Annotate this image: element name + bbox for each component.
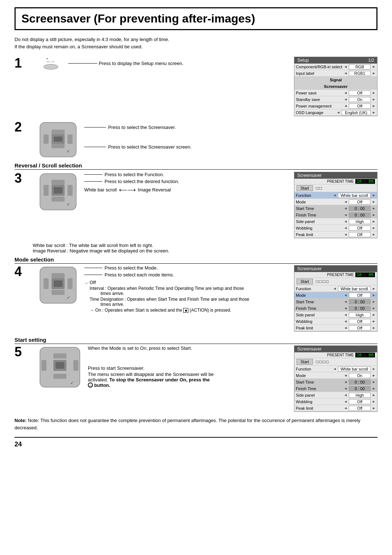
step3-whitebar-desc: White bar scroll : The white bar will sc… xyxy=(33,243,377,248)
svg-rect-6 xyxy=(44,134,49,144)
svg-rect-7 xyxy=(68,134,73,144)
mode-title: Mode selection xyxy=(15,256,377,264)
ss1-starttime-row: Start Time ◄ 0 : 00 ► xyxy=(294,205,377,212)
svg-rect-33 xyxy=(56,362,64,369)
ss1-wobbling-row: Wobbling ◄ Off ► xyxy=(294,225,377,231)
svg-rect-28 xyxy=(53,353,66,358)
step4-on: → On : Operates when Start is selected a… xyxy=(90,308,249,313)
step1-row: 1 ≡ SET UP Press to display the Setup me… xyxy=(15,57,377,118)
arrows-icon: ⟵⟶ xyxy=(119,186,136,193)
svg-text:≡: ≡ xyxy=(46,57,48,60)
svg-rect-9 xyxy=(54,137,62,142)
svg-rect-20 xyxy=(52,273,65,278)
ss1-start-row: Start □□ xyxy=(294,185,377,192)
step2-desc1: Press to select the Screensaver. xyxy=(108,125,176,130)
ss1-finishtime-row: Finish Time ◄ 0 : 00 ► xyxy=(294,212,377,218)
bottom-divider xyxy=(15,437,377,438)
setup-page-label: 1/2 xyxy=(368,58,374,63)
ss1-peaklimit-row: Peak limit ◄ Off ► xyxy=(294,231,377,238)
svg-rect-30 xyxy=(41,360,46,371)
ss3-present-time: PRESENT TIME 10 : 00 xyxy=(294,352,377,358)
step4-row: 4 ↙ Press to select the Mode. Pres xyxy=(15,265,377,334)
dpad-remote-step5: ↙ xyxy=(36,345,83,389)
ss3-function-row: Function ◄ White bar scroll ► xyxy=(294,366,377,372)
menu-row-power-save: Power save ◄ Off ► xyxy=(294,90,377,96)
ss3-title: Screensaver xyxy=(294,346,377,352)
step3-number: 3 xyxy=(15,172,29,185)
ss1-title: Screensaver xyxy=(294,172,377,179)
dpad-remote-step3: ↙ xyxy=(36,172,80,212)
step2-number: 2 xyxy=(15,121,29,134)
menu-row-standby-save: Standby save ◄ On ► xyxy=(294,96,377,103)
start-title: Start setting xyxy=(15,337,377,344)
svg-rect-22 xyxy=(44,278,49,289)
setup-button-icon: ≡ SET UP xyxy=(36,57,65,70)
ss3-mode-row: Mode ◄ On ► xyxy=(294,372,377,379)
svg-rect-21 xyxy=(52,290,65,295)
action-button-icon: ■ xyxy=(183,308,188,313)
step3-whitebar: White bar scroll xyxy=(84,187,117,193)
step4-off: Off xyxy=(90,280,249,285)
step1-number: 1 xyxy=(15,57,29,70)
ss2-starttime-row: Start Time ◄ 0 : 00 ► xyxy=(294,299,377,305)
ss1-present-time: PRESENT TIME 10 : 00 xyxy=(294,179,377,185)
step4-interval: Interval : Operates when Periodic Time a… xyxy=(90,286,249,296)
ss2-title: Screensaver xyxy=(294,266,377,272)
ss3-starttime-row: Start Time ◄ 0 : 00 ► xyxy=(294,379,377,385)
svg-rect-25 xyxy=(54,280,62,287)
step4-desc1: Press to select the Mode. xyxy=(105,265,158,271)
svg-rect-13 xyxy=(52,197,65,202)
setup-menu-panel: Setup 1/2 Component/RGB-in select ◄ RGB … xyxy=(294,57,377,116)
ss2-wobbling-row: Wobbling ◄ Off ► xyxy=(294,318,377,325)
ss1-sidepanel-row: Side panel ◄ High ► xyxy=(294,218,377,225)
step3-row: 3 ↙ Press to select the Function. xyxy=(15,172,377,240)
ss3-start-row: Start □□□□ xyxy=(294,358,377,366)
svg-point-2 xyxy=(44,64,58,69)
svg-text:SET UP: SET UP xyxy=(46,61,54,63)
intro-text: Do not display a still picture, especial… xyxy=(15,36,377,50)
step4-time-designation: Time Designation : Operates when Start T… xyxy=(90,297,249,307)
step5-desc2: Press to start Screensaver. xyxy=(88,365,215,371)
svg-rect-15 xyxy=(68,185,73,196)
step5-number: 5 xyxy=(15,345,29,358)
step4-number: 4 xyxy=(15,265,29,278)
ss3-peaklimit-row: Peak limit ◄ Off ► xyxy=(294,405,377,412)
ss3-finishtime-row: Finish Time ◄ 0 : 00 ► xyxy=(294,385,377,392)
note-text: Note: This function does not guarantee t… xyxy=(15,418,360,430)
svg-text:↙: ↙ xyxy=(70,380,74,385)
screensaver-panel-3: Screensaver PRESENT TIME 10 : 00 Start □… xyxy=(294,345,377,412)
ss2-start-row: Start □□□□ xyxy=(294,278,377,285)
svg-rect-31 xyxy=(73,360,78,371)
step3-reversal-desc: Image Reversal : Negative image will be … xyxy=(33,248,377,254)
step4-desc2: Press to select each mode items. xyxy=(105,272,174,278)
step3-extra-desc: White bar scroll : The white bar will sc… xyxy=(33,243,377,254)
svg-rect-17 xyxy=(54,187,62,194)
ss3-wobbling-row: Wobbling ◄ Off ► xyxy=(294,398,377,405)
menu-row-osd-lang: OSD Language ◄ English (UK) ► xyxy=(294,109,377,116)
dpad-remote-step2: ↙ xyxy=(36,121,80,159)
step3-panel: Screensaver PRESENT TIME 10 : 00 Start □… xyxy=(290,172,377,240)
title-text: Screensaver (For preventing after-images… xyxy=(21,12,255,25)
svg-rect-29 xyxy=(53,374,66,379)
step5-row: 5 ↙ When the Mode is set to On, press to… xyxy=(15,345,377,414)
dpad-remote-step4: ↙ xyxy=(36,265,80,305)
step5-panel: Screensaver PRESENT TIME 10 : 00 Start □… xyxy=(290,345,377,414)
reversal-section: Reversal / Scroll selection xyxy=(15,162,377,170)
mode-section: Mode selection xyxy=(15,256,377,264)
svg-rect-4 xyxy=(52,130,65,135)
step5-desc1: When the Mode is set to On, press to sel… xyxy=(88,345,215,351)
ss2-mode-row: Mode ◄ Off ► xyxy=(294,292,377,299)
step2-row: 2 ↙ Press to select the Screen xyxy=(15,121,377,159)
step3-desc2: Press to select the desired function. xyxy=(105,179,179,184)
menu-row-component: Component/RGB-in select ◄ RGB ► xyxy=(294,64,377,70)
menu-row-input-label: Input label ◄ RGB1 ► xyxy=(294,70,377,77)
power-button-icon: ○ xyxy=(88,382,93,388)
step1-desc: Press to display the Setup menu screen. xyxy=(99,61,183,66)
intro-line-1: Do not display a still picture, especial… xyxy=(15,36,377,43)
menu-row-screensaver-header: Screensaver xyxy=(294,83,377,90)
setup-menu-title: Setup 1/2 xyxy=(294,57,377,64)
intro-line-2: If the display must remain on, a Screens… xyxy=(15,43,377,50)
step4-panel: Screensaver PRESENT TIME 10 : 00 Start □… xyxy=(290,265,377,334)
svg-rect-14 xyxy=(44,185,49,196)
step3-reversal: Image Reversal xyxy=(138,187,171,193)
